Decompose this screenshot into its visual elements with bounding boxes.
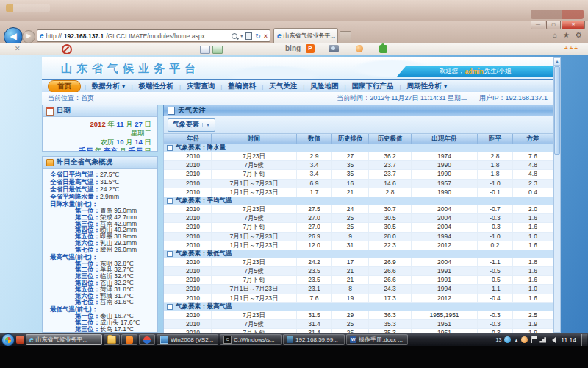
welcome-badge: 欢迎您，admin 先生/小姐 xyxy=(397,66,553,77)
taskbar-media-button[interactable] xyxy=(139,334,155,345)
search-icon[interactable] xyxy=(232,33,237,39)
table-cell: 2012 xyxy=(412,294,478,302)
nav-item-2[interactable]: 数据分析 ▾ xyxy=(86,82,131,91)
table-cell: 2010 xyxy=(175,223,212,231)
toolbar-close-icon[interactable]: ✕ xyxy=(15,45,21,52)
table-row[interactable]: 20107月23日31.52936.31955,1951-0.32.5 xyxy=(164,311,553,320)
ie-icon: e xyxy=(29,336,34,344)
group-checkbox[interactable] xyxy=(167,198,173,204)
settings-gear-icon[interactable]: ⚙ xyxy=(576,31,582,39)
table-row[interactable]: 20107月1日～7月23日26.9928.01994-1.01.0 xyxy=(164,233,553,241)
chevron-down-icon[interactable]: ▾ xyxy=(240,33,243,38)
show-desktop-button[interactable] xyxy=(581,334,587,346)
nav-item-5[interactable]: 整编资料 xyxy=(222,82,262,91)
tab-close-icon[interactable]: ✕ xyxy=(337,32,338,39)
nav-item-1[interactable]: 首页 xyxy=(48,80,81,93)
stop-icon[interactable]: × xyxy=(264,32,268,40)
tray-orange-icon[interactable] xyxy=(521,336,528,343)
start-button[interactable] xyxy=(1,333,15,347)
taskbar-button-3[interactable]: 192.168.59.99... xyxy=(283,334,345,345)
group-row-1[interactable]: 气象要素：降水量 xyxy=(164,144,553,152)
address-bar[interactable]: e http://192.168.137.1/GLCCLIMATE/module… xyxy=(37,29,270,42)
group-checkbox[interactable] xyxy=(167,145,173,151)
taskbar-clock[interactable]: 11:14 xyxy=(561,336,576,344)
table-row[interactable]: 20107月5候23.52126.61991-0.51.6 xyxy=(164,267,553,276)
taskbar: e 山东省气候业务平... Win2008 (VS2...CC:\Windows… xyxy=(0,333,588,346)
table-row[interactable]: 20107月5候27.02530.52004-0.31.6 xyxy=(164,214,553,223)
table-cell: 8 xyxy=(332,285,369,293)
card-icon[interactable] xyxy=(200,46,210,54)
new-tab-button[interactable] xyxy=(340,31,351,43)
compatibility-view-icon[interactable] xyxy=(245,32,252,40)
rank-value: 胶州 26.0mm xyxy=(100,246,137,253)
network-icon[interactable] xyxy=(539,337,546,343)
date-line-1: 2012 年 11 月 27 日 xyxy=(43,120,151,129)
nav-item-7[interactable]: 风险地图 xyxy=(304,82,344,91)
scrollbar-up-arrow[interactable]: ▲ xyxy=(554,58,560,66)
table-row[interactable]: 20107月下旬27.02530.52004-0.31.6 xyxy=(164,223,553,232)
page-scrollbar[interactable]: ▲ xyxy=(553,57,561,333)
group-row-2[interactable]: 气象要素：平均气温 xyxy=(164,197,553,205)
chevron-down-icon: ▼ xyxy=(202,123,210,127)
forward-button[interactable]: ▶ xyxy=(22,30,35,43)
home-icon[interactable]: ⌂ xyxy=(553,31,557,39)
browser-tab[interactable]: e 山东省气候业务平... ✕ xyxy=(273,28,338,43)
table-row[interactable]: 20107月1日～7月23日6.91614.61957-1.02.3 xyxy=(164,180,553,188)
browser-action-icons: ⌂ ★ ⚙ xyxy=(553,31,582,39)
volume-icon[interactable] xyxy=(549,337,556,343)
table-row[interactable]: 20107月23日27.52430.72004-0.72.0 xyxy=(164,205,553,214)
table-row[interactable]: 20107月5候3.43523.719901.84.8 xyxy=(164,161,553,170)
ie-favicon: e xyxy=(40,32,44,40)
camera-icon[interactable] xyxy=(329,45,339,52)
taskbar-ie-button[interactable]: e 山东省气候业务平... xyxy=(26,334,102,345)
nav-item-9[interactable]: 周期性分析 ▾ xyxy=(401,82,453,91)
minimize-button[interactable]: — xyxy=(531,21,545,29)
refresh-icon[interactable]: ↻ xyxy=(255,32,261,40)
taskbar-button-1[interactable]: Win2008 (VS2... xyxy=(157,334,218,345)
row-gutter xyxy=(164,320,175,328)
bing-logo[interactable]: bing xyxy=(285,44,301,52)
taskbar-app-orange-button[interactable] xyxy=(121,334,137,345)
row-gutter xyxy=(164,180,175,188)
table-row[interactable]: 20107月下旬3.43523.719901.84.8 xyxy=(164,170,553,179)
scrollbar-thumb[interactable] xyxy=(554,66,560,155)
table-row[interactable]: 20107月23日24.21726.92004-1.11.8 xyxy=(164,258,553,267)
table-cell: 7月23日 xyxy=(212,152,297,160)
group-row-4[interactable]: 气象要素：最高气温 xyxy=(164,303,553,311)
mail-icon[interactable] xyxy=(212,46,223,54)
blocked-icon[interactable] xyxy=(62,44,72,54)
taskbar-button-4[interactable]: W操作手册.docx ... xyxy=(346,334,408,345)
table-cell: 31 xyxy=(332,241,369,250)
tray-expand-icon[interactable]: ▲ xyxy=(514,338,518,342)
pinyin-icon[interactable]: P xyxy=(306,44,315,53)
table-row[interactable]: 20107月23日2.92736.219742.87.6 xyxy=(164,152,553,161)
close-button[interactable]: ✕ xyxy=(562,21,585,29)
nav-item-4[interactable]: 灾害查询 xyxy=(181,82,220,91)
taskbar-button-2[interactable]: CC:\Windows\s... xyxy=(220,334,282,345)
group-checkbox[interactable] xyxy=(167,304,173,310)
nav-item-3[interactable]: 极端性分析 xyxy=(133,82,180,91)
nav-item-8[interactable]: 国家下行产品 xyxy=(345,82,399,91)
date-token: 辛亥 xyxy=(104,146,118,152)
group-row-3[interactable]: 气象要素：最低气温 xyxy=(164,250,553,258)
messenger-icon[interactable] xyxy=(504,336,511,343)
action-center-flag-icon[interactable] xyxy=(531,336,537,343)
table-cell: 2010 xyxy=(175,294,212,302)
table-row[interactable]: 20107月下旬23.52126.61991-0.51.6 xyxy=(164,276,553,285)
favorites-star-icon[interactable]: ★ xyxy=(563,31,570,39)
table-cell: 2010 xyxy=(175,241,212,250)
element-dropdown-button[interactable]: 气象要素 ▼ xyxy=(168,118,215,132)
pet-icon[interactable] xyxy=(356,45,363,52)
table-cell: 1.7 xyxy=(297,188,332,197)
table-row[interactable]: 20107月1日～7月23日23.1824.31994-1.11.0 xyxy=(164,285,553,294)
table-row[interactable]: 20107月5候31.42535.31951-0.31.9 xyxy=(164,320,553,329)
more-addons-icon[interactable]: +++ xyxy=(564,45,579,52)
maximize-button[interactable]: ▢ xyxy=(546,21,561,29)
pinned-app-icon[interactable] xyxy=(16,336,24,344)
taskbar-button-label: 操作手册.docx ... xyxy=(359,336,403,344)
addon-puzzle-icon[interactable] xyxy=(379,45,387,53)
taskbar-explorer-button[interactable] xyxy=(104,334,120,345)
nav-item-6[interactable]: 天气关注 xyxy=(263,82,303,91)
column-header-4: 历史排位 xyxy=(332,134,369,144)
group-checkbox[interactable] xyxy=(167,251,173,257)
